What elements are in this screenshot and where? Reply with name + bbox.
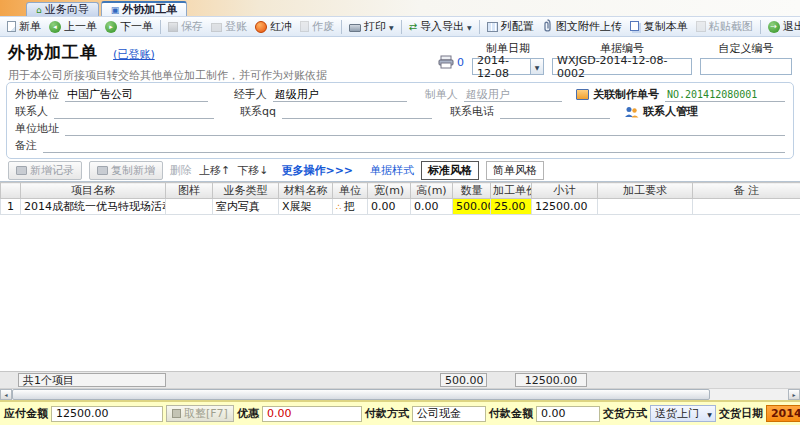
cell-price[interactable]: 25.00 bbox=[491, 199, 532, 215]
cell-project[interactable]: 2014成都统一优马特现场活动 bbox=[21, 199, 166, 215]
form-icon: ▣ bbox=[111, 5, 120, 15]
linked-order-number-link[interactable]: NO.201412080001 bbox=[665, 87, 785, 102]
dropdown-arrow-icon bbox=[467, 20, 472, 33]
column-header-width[interactable]: 宽(m) bbox=[368, 183, 411, 199]
red-flush-label: 红冲 bbox=[270, 19, 292, 34]
cell-biz_type[interactable]: 室内写真 bbox=[213, 199, 279, 215]
grid-empty-area bbox=[0, 215, 800, 371]
custom-number-label: 自定义编号 bbox=[719, 41, 774, 56]
move-down-button[interactable]: 下移↓ bbox=[237, 163, 268, 178]
contact-mgmt-link[interactable]: 联系人管理 bbox=[643, 104, 698, 119]
attachment-upload-button[interactable]: 图文附件上传 bbox=[538, 18, 626, 36]
add-record-button[interactable]: 新增记录 bbox=[8, 161, 82, 180]
cell-width[interactable]: 0.00 bbox=[368, 199, 411, 215]
horizontal-scrollbar[interactable] bbox=[0, 388, 800, 400]
copy-order-button[interactable]: 复制本单 bbox=[626, 18, 692, 35]
column-header-unit[interactable]: 单位 bbox=[333, 183, 368, 199]
import-export-button[interactable]: 导入导出 bbox=[405, 18, 476, 35]
exit-icon bbox=[768, 21, 780, 33]
order-date-dropdown-button[interactable] bbox=[530, 58, 544, 75]
style-standard-button[interactable]: 标准风格 bbox=[421, 161, 479, 180]
unit-picker-icon[interactable]: ∴ bbox=[336, 202, 342, 212]
delivery-method-select[interactable]: 送货上门 bbox=[650, 405, 716, 422]
delete-row-button[interactable]: 删除 bbox=[170, 163, 192, 178]
phone-input[interactable] bbox=[500, 104, 610, 119]
discount-input[interactable]: 0.00 bbox=[262, 406, 362, 422]
items-grid: 项目名称图样业务类型材料名称单位宽(m)高(m)数量加工单价小计加工要求备 注1… bbox=[0, 181, 800, 400]
more-operations-link[interactable]: 更多操作>>> bbox=[281, 163, 353, 178]
column-header-biz_type[interactable]: 业务类型 bbox=[213, 183, 279, 199]
tab-outsourcing-order[interactable]: ▣ 外协加工单 bbox=[101, 1, 188, 16]
cell-note[interactable] bbox=[693, 199, 800, 215]
column-header-sample[interactable]: 图样 bbox=[166, 183, 213, 199]
style-simple-button[interactable]: 简单风格 bbox=[486, 161, 544, 180]
delivery-method-label: 交货方式 bbox=[603, 406, 647, 421]
round-button[interactable]: 取整[F7] bbox=[166, 405, 234, 422]
cell-material[interactable]: X展架 bbox=[279, 199, 333, 215]
posted-status-link[interactable]: (已登账) bbox=[113, 48, 155, 61]
cell-no[interactable]: 1 bbox=[1, 199, 21, 215]
tab-business-wizard[interactable]: ⌂ 业务向导 bbox=[26, 2, 99, 16]
column-config-button[interactable]: 列配置 bbox=[483, 18, 538, 35]
custom-number-input[interactable] bbox=[700, 58, 792, 75]
round-label: 取整[F7] bbox=[184, 406, 228, 421]
prev-order-icon bbox=[49, 21, 61, 33]
phone-label: 联系电话 bbox=[450, 104, 494, 119]
printer-icon bbox=[438, 55, 454, 69]
move-up-button[interactable]: 上移↑ bbox=[199, 163, 230, 178]
prev-order-button[interactable]: 上一单 bbox=[45, 18, 101, 35]
payable-label: 应付金额 bbox=[4, 406, 48, 421]
document-header: 外协加工单 (已登账) 用于本公司所接项目转交给其他单位加工制作，并可作为对账依… bbox=[0, 37, 800, 82]
qq-input[interactable] bbox=[282, 104, 432, 119]
scrollbar-thumb[interactable] bbox=[12, 389, 710, 400]
column-header-no[interactable] bbox=[1, 183, 21, 199]
add-record-label: 新增记录 bbox=[30, 163, 74, 178]
delivery-date-label: 交货日期 bbox=[719, 406, 763, 421]
new-order-label: 新单 bbox=[19, 19, 41, 34]
pay-method-input[interactable]: 公司现金 bbox=[412, 406, 486, 422]
print-button[interactable]: 打印 bbox=[345, 18, 398, 35]
item-count: 共1个项目 bbox=[18, 373, 166, 387]
doc-number-input[interactable]: WXJGD-2014-12-08-0002 bbox=[552, 58, 692, 75]
cell-sample[interactable] bbox=[166, 199, 213, 215]
contact-input[interactable] bbox=[54, 104, 214, 119]
remark-input[interactable] bbox=[43, 138, 785, 153]
handler-input[interactable]: 超级用户 bbox=[273, 87, 407, 102]
cell-qty[interactable]: 500.00 bbox=[453, 199, 491, 215]
scroll-left-arrow[interactable] bbox=[0, 389, 12, 400]
vendor-input[interactable]: 中国广告公司 bbox=[65, 87, 208, 102]
copy-add-label: 复制新增 bbox=[111, 163, 155, 178]
delivery-date-select[interactable]: 2014-12-14 bbox=[766, 405, 800, 422]
column-header-project[interactable]: 项目名称 bbox=[21, 183, 166, 199]
column-header-price[interactable]: 加工单价 bbox=[491, 183, 532, 199]
address-input[interactable] bbox=[65, 121, 785, 136]
cell-subtotal[interactable]: 12500.00 bbox=[532, 199, 598, 215]
column-header-qty[interactable]: 数量 bbox=[453, 183, 491, 199]
save-button: 保存 bbox=[164, 18, 207, 35]
toolbar-separator bbox=[401, 20, 402, 34]
column-header-subtotal[interactable]: 小计 bbox=[532, 183, 598, 199]
scroll-right-arrow[interactable] bbox=[788, 389, 800, 400]
red-flush-button[interactable]: 红冲 bbox=[251, 18, 296, 35]
column-header-height[interactable]: 高(m) bbox=[411, 183, 453, 199]
order-date-input[interactable]: 2014-12-08 bbox=[472, 58, 530, 75]
column-header-requirement[interactable]: 加工要求 bbox=[598, 183, 693, 199]
column-header-note[interactable]: 备 注 bbox=[693, 183, 800, 199]
new-order-button[interactable]: 新单 bbox=[3, 18, 45, 35]
copy-order-label: 复制本单 bbox=[644, 19, 688, 34]
paid-input[interactable]: 0.00 bbox=[536, 406, 600, 422]
paid-label: 付款金额 bbox=[489, 406, 533, 421]
delivery-method-value: 送货上门 bbox=[655, 406, 699, 421]
void-button: 作废 bbox=[296, 18, 338, 35]
next-order-button[interactable]: 下一单 bbox=[101, 18, 157, 35]
cell-height[interactable]: 0.00 bbox=[411, 199, 453, 215]
column-header-material[interactable]: 材料名称 bbox=[279, 183, 333, 199]
cell-unit[interactable]: ∴把 bbox=[333, 199, 368, 215]
cell-requirement[interactable] bbox=[598, 199, 693, 215]
exit-button[interactable]: 退出 bbox=[764, 18, 800, 35]
copy-add-button[interactable]: 复制新增 bbox=[89, 161, 163, 180]
outsourcing-order-window: ⌂ 业务向导 ▣ 外协加工单 新单上一单下一单保存登账红冲作废打印导入导出列配置… bbox=[0, 0, 800, 425]
import-export-label: 导入导出 bbox=[420, 19, 464, 34]
payable-input[interactable]: 12500.00 bbox=[51, 406, 163, 422]
copy-add-icon bbox=[97, 166, 108, 175]
